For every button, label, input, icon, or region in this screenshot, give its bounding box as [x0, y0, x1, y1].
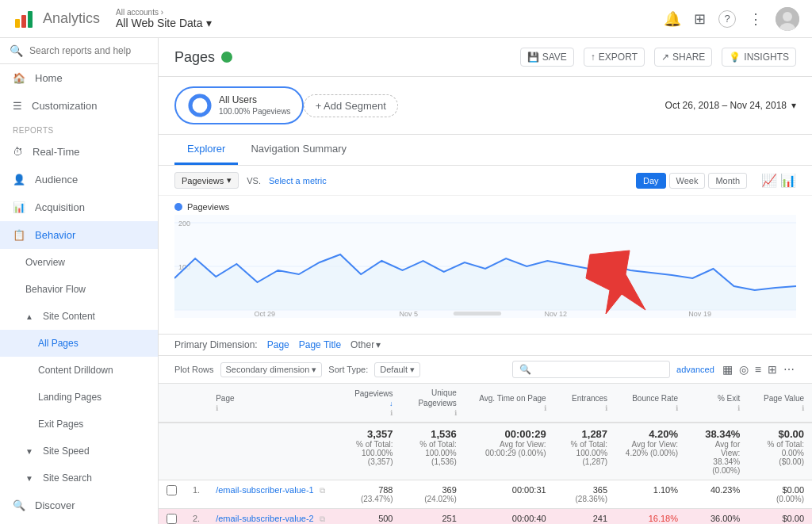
sec-dim-arrow: ▾ [312, 365, 316, 375]
row1-copy-icon[interactable]: ⧉ [320, 486, 325, 495]
th-page-value[interactable]: Page Value ℹ [748, 384, 812, 423]
discover-icon: 🔍 [13, 499, 25, 511]
row1-exit: 40.23% [686, 480, 748, 509]
tab-explorer[interactable]: Explorer [174, 135, 238, 165]
add-segment-button[interactable]: + Add Segment [304, 94, 398, 117]
sidebar-item-landing-pages[interactable]: Landing Pages [0, 384, 158, 411]
sort-default-select[interactable]: Default ▾ [374, 362, 420, 377]
sidebar-item-site-speed[interactable]: ▼ Site Speed [0, 438, 158, 465]
sidebar-item-customization[interactable]: ☰ Customization [0, 92, 158, 120]
more-view-button[interactable]: ⋯ [782, 361, 796, 377]
totals-exit-cell: 38.34% Avg for View: 38.34% (0.00%) [686, 423, 748, 480]
search-input[interactable] [29, 45, 148, 56]
sidebar-item-admin[interactable]: ⚙️ Admin [0, 519, 158, 524]
row1-checkbox[interactable] [159, 480, 185, 509]
month-button[interactable]: Month [708, 173, 747, 189]
chart-controls: Pageviews ▾ VS. Select a metric Day Week… [159, 166, 812, 196]
export-button[interactable]: ↑ EXPORT [584, 48, 645, 67]
row2-page: /email-subscriber-value-2 ⧉ [208, 509, 337, 525]
dimension-other[interactable]: Other ▾ [350, 339, 381, 350]
row2-checkbox[interactable] [159, 509, 185, 525]
behavior-icon: 📋 [13, 229, 25, 241]
row1-page-link[interactable]: /email-subscriber-value-1 [216, 485, 314, 495]
sidebar-item-overview[interactable]: Overview [0, 249, 158, 276]
realtime-icon: ⏱ [13, 146, 23, 158]
pie-view-button[interactable]: ◎ [737, 361, 750, 377]
th-bounce-rate[interactable]: Bounce Rate ℹ [615, 384, 686, 423]
segment-sub: 100.00% Pageviews [219, 106, 291, 117]
sidebar-item-exit-pages[interactable]: Exit Pages [0, 411, 158, 438]
chart-type-icons: 📈 📊 [761, 173, 796, 188]
select-metric-link[interactable]: Select a metric [269, 176, 327, 186]
compare-view-button[interactable]: ≡ [753, 361, 763, 377]
th-unique-pageviews[interactable]: Unique Pageviews ℹ [400, 384, 464, 423]
svg-text:Nov 19: Nov 19 [688, 310, 711, 318]
sidebar-item-discover[interactable]: 🔍 Discover [0, 491, 158, 519]
sidebar-item-site-search[interactable]: ▼ Site Search [0, 465, 158, 491]
account-selector[interactable]: All accounts › All Web Site Data ▾ [116, 8, 211, 29]
table-row: 2. /email-subscriber-value-2 ⧉ 500 (14.8… [159, 509, 812, 525]
sidebar-item-audience[interactable]: 👤 Audience [0, 166, 158, 193]
grid-icon[interactable]: ⊞ [694, 10, 706, 28]
th-pct-exit[interactable]: % Exit ℹ [686, 384, 748, 423]
table-search-input[interactable] [536, 365, 663, 374]
sidebar: 🔍 🏠 Home ☰ Customization REPORTS ⏱ Real-… [0, 38, 159, 524]
page-title: Pages [174, 49, 215, 66]
plot-rows-button[interactable]: Plot Rows [174, 365, 214, 374]
metric-dropdown[interactable]: Pageviews ▾ [174, 172, 239, 189]
advanced-link[interactable]: advanced [676, 365, 714, 374]
save-button[interactable]: 💾 SAVE [520, 48, 574, 67]
row1-bounce: 1.10% [615, 480, 686, 509]
row1-unique-pv: 369 (24.02%) [400, 480, 464, 509]
bar-chart-button[interactable]: 📊 [780, 173, 796, 188]
home-icon: 🏠 [13, 72, 25, 84]
line-chart-button[interactable]: 📈 [761, 173, 777, 188]
row2-page-link[interactable]: /email-subscriber-value-2 [216, 514, 314, 523]
th-entrances[interactable]: Entrances ℹ [554, 384, 615, 423]
row2-entrances: 241 (18.73%) [554, 509, 615, 525]
th-avg-time[interactable]: Avg. Time on Page ℹ [465, 384, 554, 423]
sidebar-item-site-content[interactable]: ▲ Site Content [0, 303, 158, 330]
date-dropdown-icon: ▾ [791, 100, 796, 111]
share-button[interactable]: ↗ SHARE [654, 48, 712, 67]
account-name[interactable]: All Web Site Data ▾ [116, 17, 211, 29]
totals-page-cell [208, 423, 337, 480]
row2-exit: 36.00% [686, 509, 748, 525]
metric-dropdown-arrow: ▾ [227, 175, 232, 186]
dimension-row: Primary Dimension: Page Page Title Other… [159, 334, 812, 356]
sidebar-item-acquisition[interactable]: 📊 Acquisition [0, 193, 158, 221]
bell-icon[interactable]: 🔔 [664, 10, 681, 28]
collapse-icon: ▼ [25, 447, 33, 456]
day-button[interactable]: Day [636, 173, 666, 189]
row2-copy-icon[interactable]: ⧉ [320, 514, 325, 523]
insights-button[interactable]: 💡 INSIGHTS [722, 48, 796, 67]
data-table: Page ℹ Pageviews ↓ ℹ [159, 384, 812, 524]
dimension-page-title[interactable]: Page Title [299, 339, 341, 350]
sidebar-item-content-drilldown[interactable]: Content Drilldown [0, 357, 158, 384]
tab-navigation-summary[interactable]: Navigation Summary [238, 135, 359, 165]
table-search-wrapper[interactable]: 🔍 [512, 361, 670, 378]
chart-area: Pageviews 200 100 [159, 196, 812, 334]
th-pageviews[interactable]: Pageviews ↓ ℹ [337, 384, 400, 423]
sidebar-item-all-pages[interactable]: All Pages [0, 330, 158, 357]
totals-num-cell [185, 423, 208, 480]
row2-bounce: 16.18% [615, 509, 686, 525]
search-bar[interactable]: 🔍 [0, 38, 158, 64]
grid-view-button[interactable]: ▦ [721, 361, 734, 377]
pivot-view-button[interactable]: ⊞ [766, 361, 779, 377]
active-segment[interactable]: All Users 100.00% Pageviews [174, 86, 304, 124]
secondary-dimension-select[interactable]: Secondary dimension ▾ [220, 362, 323, 377]
sidebar-item-behavior-flow[interactable]: Behavior Flow [0, 276, 158, 303]
dimension-page[interactable]: Page [267, 339, 289, 350]
sidebar-item-behavior[interactable]: 📋 Behavior [0, 221, 158, 249]
sidebar-item-realtime[interactable]: ⏱ Real-Time [0, 138, 158, 166]
totals-entrances-cell: 1,287 % of Total: 100.00% (1,287) [554, 423, 615, 480]
more-icon[interactable]: ⋮ [749, 10, 763, 28]
date-picker[interactable]: Oct 26, 2018 – Nov 24, 2018 ▾ [665, 100, 796, 111]
th-page[interactable]: Page ℹ [208, 384, 337, 423]
help-icon[interactable]: ? [718, 10, 736, 28]
user-avatar[interactable] [776, 7, 799, 31]
week-button[interactable]: Week [669, 173, 706, 189]
sidebar-item-home[interactable]: 🏠 Home [0, 64, 158, 92]
chart-label: Pageviews [174, 196, 796, 215]
